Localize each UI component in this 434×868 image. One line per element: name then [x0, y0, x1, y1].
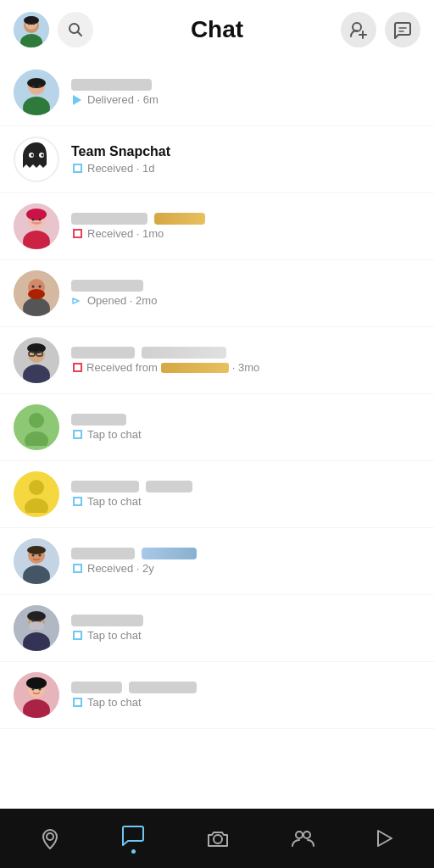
- name-blur-extra: [129, 682, 197, 693]
- svg-point-29: [39, 219, 42, 221]
- square-chat-icon: [73, 497, 82, 506]
- user-avatar[interactable]: [14, 12, 49, 47]
- svg-point-57: [27, 611, 46, 621]
- chat-item[interactable]: Delivered · 6m: [0, 59, 434, 126]
- new-chat-icon: [393, 20, 412, 39]
- arrow-delivered-icon: [73, 95, 81, 105]
- opened-icon: [71, 295, 83, 307]
- avatar: [14, 270, 59, 316]
- status-text: Received · 1mo: [87, 227, 164, 240]
- chat-info: Received from · 3mo: [71, 347, 420, 374]
- status-text: Tap to chat: [87, 696, 142, 709]
- svg-marker-71: [378, 831, 392, 846]
- header-right: [341, 12, 420, 47]
- chat-status: Received · 1d: [71, 162, 420, 175]
- chat-info: Delivered · 6m: [71, 79, 420, 106]
- square-received-icon: [73, 363, 82, 372]
- chat-item[interactable]: Tap to chat: [0, 461, 434, 528]
- chat-name-blur: [71, 481, 139, 492]
- nav-item-camera[interactable]: [192, 820, 243, 857]
- status-text: Delivered · 6m: [87, 93, 159, 106]
- received-icon: [71, 163, 83, 175]
- chat-status: Received · 2y: [71, 562, 420, 575]
- chat-item[interactable]: Received · 1mo: [0, 193, 434, 260]
- chat-item[interactable]: Tap to chat: [0, 595, 434, 662]
- silhouette-icon: [20, 409, 53, 446]
- svg-point-28: [32, 219, 35, 221]
- chat-icon: [71, 496, 83, 508]
- nav-item-map[interactable]: [25, 821, 75, 856]
- chat-name-row: [71, 79, 420, 91]
- chat-info: Team Snapchat Received · 1d: [71, 144, 420, 175]
- avatar: [14, 605, 59, 651]
- new-chat-button[interactable]: [385, 12, 420, 47]
- received-icon: [71, 228, 83, 240]
- status-text-prefix: Received from: [86, 361, 158, 374]
- nav-item-friends[interactable]: [277, 821, 328, 856]
- square-chat-icon: [73, 698, 82, 707]
- svg-point-66: [39, 688, 42, 691]
- status-text: Tap to chat: [87, 495, 142, 508]
- add-friend-button[interactable]: [341, 12, 376, 47]
- extra-blur-gold: [154, 213, 205, 225]
- chat-info: Tap to chat: [71, 682, 420, 709]
- status-text: Opened · 2mo: [87, 294, 157, 307]
- silhouette-icon: [20, 476, 53, 513]
- spacer: [0, 729, 434, 793]
- map-icon: [39, 827, 61, 849]
- svg-point-60: [39, 620, 42, 622]
- chat-icon: [71, 429, 83, 441]
- chat-icon: [71, 630, 83, 642]
- nav-item-stories[interactable]: [361, 821, 409, 856]
- chat-item[interactable]: Tap to chat: [0, 394, 434, 461]
- ghost-icon: [19, 141, 53, 178]
- status-text: Received · 1d: [87, 162, 155, 175]
- status-text: Tap to chat: [87, 428, 142, 441]
- svg-point-68: [214, 835, 222, 843]
- chat-info: Tap to chat: [71, 414, 420, 441]
- avatar-svg: [14, 70, 59, 115]
- chat-status: Tap to chat: [71, 696, 420, 709]
- page-title: Chat: [191, 16, 243, 43]
- avatar-svg: [14, 203, 59, 249]
- svg-point-52: [32, 554, 35, 557]
- avatar: [14, 672, 59, 718]
- square-chat-icon: [73, 164, 82, 173]
- svg-point-51: [27, 546, 46, 554]
- svg-point-4: [24, 16, 39, 25]
- avatar: [14, 70, 59, 115]
- avatar-svg: [14, 672, 59, 718]
- svg-point-45: [25, 431, 48, 446]
- chat-name-blur: [71, 548, 135, 559]
- svg-point-35: [39, 286, 42, 288]
- chat-name-row: [71, 548, 420, 559]
- chat-info: Received · 2y: [71, 548, 420, 575]
- svg-point-70: [303, 832, 310, 838]
- stories-icon: [375, 827, 395, 849]
- chat-status: Delivered · 6m: [71, 93, 420, 106]
- avatar: [14, 136, 59, 182]
- svg-marker-36: [73, 298, 79, 303]
- chat-item[interactable]: Team Snapchat Received · 1d: [0, 126, 434, 193]
- nav-item-chat[interactable]: [108, 816, 159, 860]
- svg-point-17: [27, 78, 46, 88]
- chat-name-row: [71, 481, 420, 492]
- svg-line-8: [78, 32, 82, 36]
- avatar: [14, 538, 59, 584]
- status-text: Received · 2y: [87, 562, 154, 575]
- chat-icon: [71, 697, 83, 709]
- chat-item[interactable]: Opened · 2mo: [0, 260, 434, 327]
- chat-name-row: [71, 615, 420, 626]
- chat-item[interactable]: Received from · 3mo: [0, 327, 434, 394]
- status-text-suffix: · 3mo: [232, 361, 260, 374]
- square-chat-icon: [73, 430, 82, 439]
- chat-item[interactable]: Tap to chat: [0, 662, 434, 729]
- avatar-svg: [14, 270, 59, 316]
- chat-status: Tap to chat: [71, 495, 420, 508]
- svg-point-22: [31, 154, 34, 157]
- square-chat-icon: [73, 564, 82, 573]
- chat-item[interactable]: Received · 2y: [0, 528, 434, 595]
- search-button[interactable]: [58, 12, 93, 47]
- svg-point-33: [28, 289, 45, 299]
- svg-point-67: [47, 833, 53, 840]
